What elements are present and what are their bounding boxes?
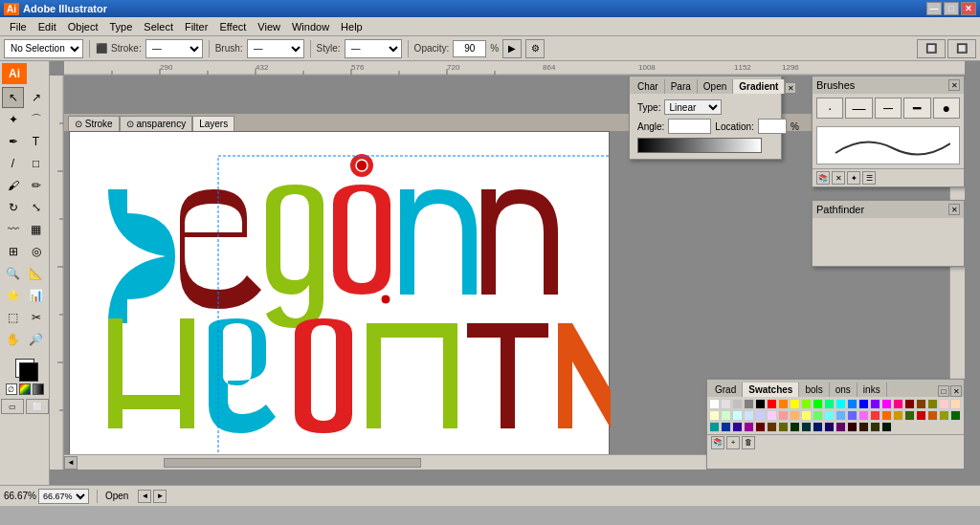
brush-item-line-thin[interactable]: — — [845, 98, 872, 119]
view-btn-2[interactable]: 🔲 — [947, 39, 976, 58]
tab-stroke[interactable]: ⊙ Stroke — [68, 116, 120, 131]
swatch-r3[interactable] — [709, 410, 720, 421]
swatch-r10[interactable] — [790, 410, 800, 421]
swatch-s8[interactable] — [744, 422, 754, 432]
stroke-dropdown[interactable]: — — [145, 39, 203, 58]
swatch-new-btn[interactable]: + — [726, 436, 740, 449]
swatch-r18[interactable] — [881, 410, 892, 421]
swatch-brown[interactable] — [916, 399, 926, 409]
tool-type[interactable]: T — [25, 131, 47, 152]
tool-gradient[interactable]: ▦ — [25, 219, 47, 240]
tool-pencil[interactable]: ✏ — [25, 175, 47, 196]
type-select[interactable]: Linear — [664, 99, 722, 115]
minimize-button[interactable]: — — [926, 2, 942, 15]
swatch-s18[interactable] — [858, 422, 869, 432]
swatch-olive[interactable] — [927, 399, 938, 409]
style-dropdown[interactable]: — — [345, 39, 402, 58]
swatch-r16[interactable] — [858, 410, 869, 421]
tool-measure[interactable]: 📐 — [25, 263, 47, 284]
swatch-s19[interactable] — [870, 422, 880, 432]
tool-blend[interactable]: ◎ — [25, 241, 47, 262]
tool-slice[interactable]: ✂ — [25, 307, 47, 328]
swatch-r19[interactable] — [893, 410, 903, 421]
swatch-red[interactable] — [767, 399, 777, 409]
swatch-lightgray[interactable] — [721, 399, 731, 409]
brush-item-dot-small[interactable]: · — [816, 98, 843, 119]
swatch-r17[interactable] — [870, 410, 880, 421]
swatch-r13[interactable] — [824, 410, 835, 421]
swatch-darkblue[interactable] — [858, 399, 869, 409]
maximize-button[interactable]: □ — [944, 2, 959, 15]
brush-options-btn[interactable]: ☰ — [862, 171, 876, 185]
swatch-r4[interactable] — [721, 410, 731, 421]
tool-mesh[interactable]: ⊞ — [2, 241, 24, 262]
menu-file[interactable]: File — [4, 19, 33, 34]
swatch-orange[interactable] — [778, 399, 789, 409]
menu-effect[interactable]: Effect — [213, 19, 252, 34]
tool-pen[interactable]: ✒ — [2, 131, 24, 152]
zoom-select[interactable]: 66.67% — [38, 489, 89, 504]
swatch-s13[interactable] — [801, 422, 812, 432]
swatch-s10[interactable] — [767, 422, 777, 432]
tab-layers[interactable]: Layers — [192, 116, 234, 131]
tool-direct-select[interactable]: ↗ — [25, 87, 47, 108]
tab-swatches[interactable]: Swatches — [743, 383, 799, 397]
brush-delete-btn[interactable]: ✕ — [832, 171, 845, 185]
nav-prev[interactable]: ◄ — [138, 490, 151, 503]
tool-hand[interactable]: ✋ — [2, 329, 24, 350]
swatch-pink[interactable] — [893, 399, 903, 409]
selection-dropdown[interactable]: No Selection — [4, 39, 83, 58]
tool-rotate[interactable]: ↻ — [2, 197, 24, 218]
swatch-s1[interactable] — [916, 410, 926, 421]
tab-gradient[interactable]: Gradient — [733, 79, 785, 94]
gradient-btn[interactable] — [33, 383, 44, 395]
none-color[interactable]: ∅ — [6, 383, 17, 395]
swatch-s3[interactable] — [939, 410, 949, 421]
tab-symbols[interactable]: bols — [799, 383, 829, 397]
swatch-green[interactable] — [813, 399, 823, 409]
swatch-gray[interactable] — [732, 399, 743, 409]
tool-eyedropper[interactable]: 🔍 — [2, 263, 24, 284]
location-input[interactable] — [758, 119, 787, 134]
swatch-purple[interactable] — [870, 399, 880, 409]
toolbar-icons-btn[interactable]: ⚙ — [525, 39, 545, 58]
angle-input[interactable] — [668, 119, 711, 134]
swatch-s14[interactable] — [813, 422, 823, 432]
tab-inks[interactable]: inks — [858, 383, 887, 397]
swatch-s5[interactable] — [709, 422, 720, 432]
menu-edit[interactable]: Edit — [33, 19, 62, 34]
swatch-white[interactable] — [709, 399, 720, 409]
gradient-close[interactable]: ✕ — [785, 82, 796, 94]
menu-view[interactable]: View — [252, 19, 286, 34]
color-btn[interactable] — [19, 383, 31, 395]
tool-paintbrush[interactable]: 🖌 — [2, 175, 24, 196]
tool-zoom[interactable]: 🔎 — [25, 329, 47, 350]
tab-open[interactable]: Open — [698, 79, 733, 94]
swatch-s9[interactable] — [755, 422, 766, 432]
brush-add-btn[interactable]: ✦ — [847, 171, 860, 185]
swatch-yellow[interactable] — [790, 399, 800, 409]
gradient-preview[interactable] — [637, 138, 762, 153]
swatch-magenta[interactable] — [881, 399, 892, 409]
swatch-s6[interactable] — [721, 422, 731, 432]
tab-grad[interactable]: Grad — [709, 383, 743, 397]
brush-item-line-thick[interactable]: ━ — [903, 98, 930, 119]
scroll-thumb-h[interactable] — [164, 458, 421, 468]
opacity-input[interactable] — [453, 40, 486, 57]
swatch-blue[interactable] — [847, 399, 858, 409]
swatches-maximize[interactable]: □ — [938, 385, 949, 397]
swatch-maroon[interactable] — [904, 399, 915, 409]
nav-next[interactable]: ► — [153, 490, 167, 503]
tool-select[interactable]: ↖ — [2, 87, 24, 108]
scroll-left-btn[interactable]: ◄ — [64, 456, 78, 470]
full-screen-btn[interactable]: ⬜ — [26, 399, 49, 414]
menu-filter[interactable]: Filter — [179, 19, 213, 34]
tool-line[interactable]: / — [2, 153, 24, 174]
swatch-r1[interactable] — [939, 399, 949, 409]
swatch-r14[interactable] — [835, 410, 846, 421]
menu-help[interactable]: Help — [335, 19, 368, 34]
swatch-s12[interactable] — [790, 422, 800, 432]
swatch-r7[interactable] — [755, 410, 766, 421]
menu-object[interactable]: Object — [62, 19, 104, 34]
tool-graph[interactable]: 📊 — [25, 285, 47, 306]
